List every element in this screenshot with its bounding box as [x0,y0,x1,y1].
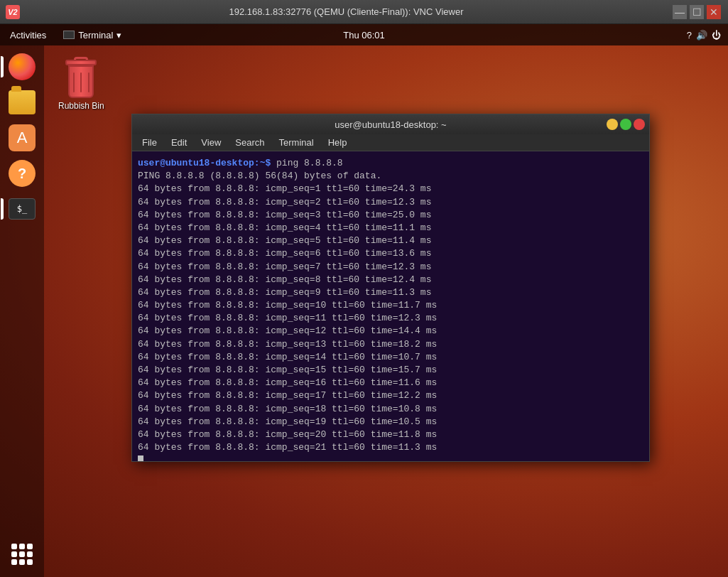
terminal-titlebar: user@ubuntu18-desktop: ~ [132,114,649,134]
clock-display: Thu 06:01 [343,30,385,41]
vnc-maximize-button[interactable]: ☐ [690,5,704,19]
terminal-menu-edit[interactable]: Edit [165,136,192,149]
terminal-ping-line: 64 bytes from 8.8.8.8: icmp_seq=14 ttl=6… [138,351,643,364]
terminal-ping-line: 64 bytes from 8.8.8.8: icmp_seq=13 ttl=6… [138,338,643,351]
volume-tray-icon[interactable]: 🔊 [696,30,707,41]
dock-item-appstore[interactable]: A [6,122,38,153]
terminal-ping-line: 64 bytes from 8.8.8.8: icmp_seq=5 ttl=60… [138,234,643,247]
bin-lid [65,60,97,65]
terminal-prompt: user@ubuntu18-desktop:~$ [138,158,271,168]
terminal-ping-output: PING 8.8.8.8 (8.8.8.8) 56(84) bytes of d… [138,170,643,454]
terminal-maximize-button[interactable] [620,119,631,130]
terminal-ping-line: 64 bytes from 8.8.8.8: icmp_seq=21 ttl=6… [138,441,643,454]
terminal-dropdown-arrow: ▾ [116,30,121,41]
terminal-ping-line: 64 bytes from 8.8.8.8: icmp_seq=19 ttl=6… [138,416,643,428]
firefox-icon [9,53,36,80]
vnc-icon: V2 [6,5,20,19]
terminal-cursor-line [138,454,643,461]
terminal-ping-line: 64 bytes from 8.8.8.8: icmp_seq=18 ttl=6… [138,403,643,416]
terminal-menu-view[interactable]: View [195,136,227,149]
terminal-taskbar-item[interactable]: Terminal ▾ [56,24,129,45]
appgrid-icon [9,541,36,568]
terminal-menu-file[interactable]: File [136,136,163,149]
terminal-menu-help[interactable]: Help [322,136,353,149]
terminal-ping-line: 64 bytes from 8.8.8.8: icmp_seq=11 ttl=6… [138,312,643,325]
vnc-minimize-button[interactable]: — [673,5,687,19]
terminal-ping-line: 64 bytes from 8.8.8.8: icmp_seq=12 ttl=6… [138,325,643,338]
dock-item-firefox[interactable] [6,51,38,82]
bin-body [68,65,94,98]
terminal-close-button[interactable] [634,119,645,130]
terminal-menu-terminal[interactable]: Terminal [273,136,320,149]
dock-item-help[interactable]: ? [6,158,38,189]
terminal-ping-line: 64 bytes from 8.8.8.8: icmp_seq=10 ttl=6… [138,299,643,312]
terminal-window-controls [607,119,645,130]
terminal-taskbar-label: Terminal [78,30,113,41]
terminal-ping-line: 64 bytes from 8.8.8.8: icmp_seq=4 ttl=60… [138,222,643,234]
terminal-ping-line: 64 bytes from 8.8.8.8: icmp_seq=16 ttl=6… [138,377,643,389]
terminal-cursor [138,455,143,461]
vnc-window-controls: — ☐ ✕ [673,5,721,19]
terminal-command-line: user@ubuntu18-desktop:~$ ping 8.8.8.8 [138,157,643,170]
terminal-ping-line: 64 bytes from 8.8.8.8: icmp_seq=3 ttl=60… [138,209,643,222]
bin-lines [70,72,92,92]
terminal-ping-line: 64 bytes from 8.8.8.8: icmp_seq=6 ttl=60… [138,247,643,260]
terminal-ping-line: 64 bytes from 8.8.8.8: icmp_seq=2 ttl=60… [138,196,643,209]
rubbish-bin[interactable]: Rubbish Bin [58,57,104,111]
terminal-dock-icon: $_ [9,198,36,220]
rubbish-bin-icon [63,57,99,98]
terminal-window-title: user@ubuntu18-desktop: ~ [335,119,446,130]
terminal-taskbar-icon [63,31,75,39]
terminal-menu-bar: File Edit View Search Terminal Help [132,134,649,151]
terminal-window: user@ubuntu18-desktop: ~ File Edit View … [131,114,650,462]
power-tray-icon[interactable]: ⏻ [712,30,721,41]
files-icon [9,90,36,114]
terminal-output[interactable]: user@ubuntu18-desktop:~$ ping 8.8.8.8 PI… [132,151,649,461]
terminal-ping-line: 64 bytes from 8.8.8.8: icmp_seq=15 ttl=6… [138,364,643,377]
terminal-ping-line: 64 bytes from 8.8.8.8: icmp_seq=20 ttl=6… [138,428,643,441]
terminal-ping-line: 64 bytes from 8.8.8.8: icmp_seq=8 ttl=60… [138,274,643,286]
terminal-ping-line: 64 bytes from 8.8.8.8: icmp_seq=9 ttl=60… [138,286,643,299]
rubbish-bin-label: Rubbish Bin [58,101,104,111]
help-icon: ? [9,160,36,187]
vnc-title: 192.168.1.83:32776 (QEMU (Cliente-Final)… [20,6,673,17]
terminal-ping-line: 64 bytes from 8.8.8.8: icmp_seq=7 ttl=60… [138,261,643,274]
terminal-command: ping 8.8.8.8 [271,158,342,168]
dock-item-terminal[interactable]: $_ [6,193,38,225]
terminal-menu-search[interactable]: Search [229,136,270,149]
vnc-titlebar: V2 192.168.1.83:32776 (QEMU (Cliente-Fin… [0,0,728,24]
top-panel-system-tray: ? 🔊 ⏻ [687,30,728,41]
dock-item-appgrid[interactable] [6,539,38,570]
appstore-icon: A [9,124,36,151]
terminal-ping-line: PING 8.8.8.8 (8.8.8.8) 56(84) bytes of d… [138,170,643,183]
terminal-ping-line: 64 bytes from 8.8.8.8: icmp_seq=17 ttl=6… [138,389,643,402]
application-dock: A ? $_ [0,45,44,577]
dock-item-files[interactable] [6,87,38,118]
ubuntu-top-panel: Activities Terminal ▾ Thu 06:01 ? 🔊 ⏻ [0,24,728,45]
vnc-close-button[interactable]: ✕ [707,5,721,19]
terminal-minimize-button[interactable] [607,119,618,130]
help-tray-icon: ? [687,30,692,41]
terminal-ping-line: 64 bytes from 8.8.8.8: icmp_seq=1 ttl=60… [138,183,643,195]
activities-button[interactable]: Activities [0,24,56,45]
